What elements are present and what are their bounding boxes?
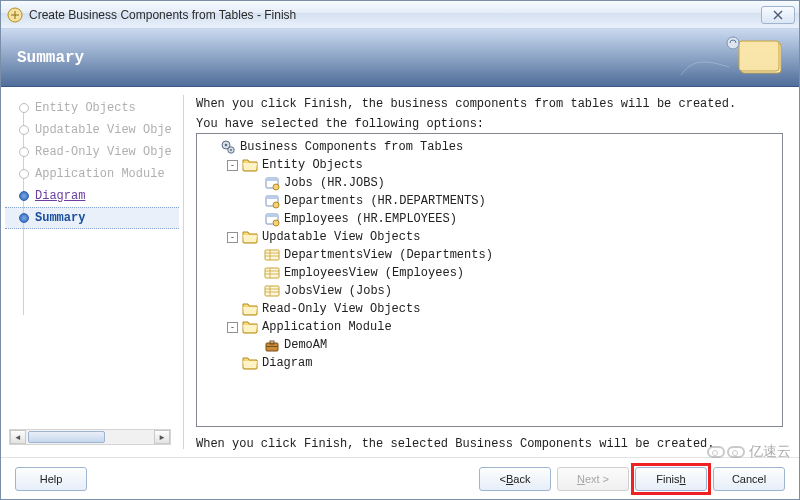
tree-label: Employees (HR.EMPLOYEES)	[284, 212, 457, 226]
tree-row[interactable]: JobsView (Jobs)	[205, 282, 778, 300]
tree-row[interactable]: Diagram	[205, 354, 778, 372]
tree-row[interactable]: DemoAM	[205, 336, 778, 354]
tree-label: EmployeesView (Employees)	[284, 266, 464, 280]
nav-step-label: Summary	[35, 211, 85, 225]
next-button: Next >	[557, 467, 629, 491]
tree-row[interactable]: Employees (HR.EMPLOYEES)	[205, 210, 778, 228]
svg-point-13	[273, 202, 279, 208]
banner-decor-icon	[671, 35, 791, 81]
tree-toggle[interactable]: -	[227, 322, 238, 333]
nav-step: Application Module	[5, 163, 179, 185]
nav-step-label: Diagram	[35, 189, 85, 203]
nav-dot-icon	[19, 169, 29, 179]
nav-step-label: Entity Objects	[35, 101, 136, 115]
scroll-right-icon[interactable]: ►	[154, 430, 170, 444]
tree-label: Diagram	[262, 356, 312, 370]
tree-label: Business Components from Tables	[240, 140, 463, 154]
nav-step-label: Application Module	[35, 167, 165, 181]
nav-dot-icon	[19, 103, 29, 113]
svg-rect-22	[266, 346, 278, 347]
nav-scrollbar[interactable]: ◄ ►	[9, 429, 171, 445]
tree-label: DemoAM	[284, 338, 327, 352]
footer-note: When you click Finish, the selected Busi…	[196, 437, 783, 451]
scroll-track[interactable]	[26, 430, 154, 444]
tree-row[interactable]: Departments (HR.DEPARTMENTS)	[205, 192, 778, 210]
folder-icon	[242, 355, 258, 371]
nav-dot-icon	[19, 191, 29, 201]
svg-point-16	[273, 220, 279, 226]
nav-step: Updatable View Obje	[5, 119, 179, 141]
body: Entity ObjectsUpdatable View ObjeRead-On…	[1, 87, 799, 457]
vertical-divider	[183, 95, 184, 449]
wizard-window: Create Business Components from Tables -…	[0, 0, 800, 500]
selected-label: You have selected the following options:	[196, 117, 783, 131]
svg-point-6	[225, 144, 228, 147]
svg-rect-15	[266, 214, 278, 217]
view-icon	[264, 265, 280, 281]
svg-point-10	[273, 184, 279, 190]
tree-label: Entity Objects	[262, 158, 363, 172]
nav-step[interactable]: Diagram	[5, 185, 179, 207]
tree-row[interactable]: Business Components from Tables	[205, 138, 778, 156]
svg-rect-2	[739, 41, 779, 71]
folder-icon	[242, 301, 258, 317]
tree-row[interactable]: Read-Only View Objects	[205, 300, 778, 318]
svg-rect-18	[265, 268, 279, 278]
tree-label: Read-Only View Objects	[262, 302, 420, 316]
nav-connector	[23, 105, 24, 315]
close-icon	[772, 10, 784, 20]
button-bar: Help < Back Next > Finish Cancel	[1, 457, 799, 499]
nav-dot-icon	[19, 147, 29, 157]
help-button[interactable]: Help	[15, 467, 87, 491]
tree-row[interactable]: -Entity Objects	[205, 156, 778, 174]
options-tree[interactable]: Business Components from Tables-Entity O…	[196, 133, 783, 427]
folder-icon	[242, 157, 258, 173]
nav-step: Read-Only View Obje	[5, 141, 179, 163]
svg-point-3	[727, 37, 739, 49]
tree-row[interactable]: EmployeesView (Employees)	[205, 264, 778, 282]
tree-label: Jobs (HR.JOBS)	[284, 176, 385, 190]
entity-icon	[264, 211, 280, 227]
titlebar[interactable]: Create Business Components from Tables -…	[1, 1, 799, 29]
tree-label: Application Module	[262, 320, 392, 334]
back-button[interactable]: < Back	[479, 467, 551, 491]
view-icon	[264, 283, 280, 299]
tree-row[interactable]: -Updatable View Objects	[205, 228, 778, 246]
tree-row[interactable]: DepartmentsView (Departments)	[205, 246, 778, 264]
scroll-left-icon[interactable]: ◄	[10, 430, 26, 444]
wizard-nav: Entity ObjectsUpdatable View ObjeRead-On…	[1, 87, 179, 457]
nav-step-label: Read-Only View Obje	[35, 145, 172, 159]
nav-step: Entity Objects	[5, 97, 179, 119]
cancel-button[interactable]: Cancel	[713, 467, 785, 491]
svg-rect-12	[266, 196, 278, 199]
folder-icon	[242, 319, 258, 335]
tree-label: JobsView (Jobs)	[284, 284, 392, 298]
nav-step-label: Updatable View Obje	[35, 123, 172, 137]
folder-icon	[242, 229, 258, 245]
svg-rect-17	[265, 250, 279, 260]
svg-rect-9	[266, 178, 278, 181]
banner: Summary	[1, 29, 799, 87]
banner-title: Summary	[17, 49, 84, 67]
svg-point-7	[230, 149, 232, 151]
finish-button[interactable]: Finish	[635, 467, 707, 491]
intro-text: When you click Finish, the business comp…	[196, 97, 783, 111]
nav-dot-icon	[19, 125, 29, 135]
tree-label: DepartmentsView (Departments)	[284, 248, 493, 262]
nav-dot-icon	[19, 213, 29, 223]
entity-icon	[264, 175, 280, 191]
scroll-thumb[interactable]	[28, 431, 105, 443]
components-icon	[220, 139, 236, 155]
app-icon	[7, 7, 23, 23]
am-icon	[264, 337, 280, 353]
nav-step[interactable]: Summary	[5, 207, 179, 229]
entity-icon	[264, 193, 280, 209]
tree-row[interactable]: -Application Module	[205, 318, 778, 336]
tree-toggle[interactable]: -	[227, 232, 238, 243]
main-panel: When you click Finish, the business comp…	[188, 87, 799, 457]
close-button[interactable]	[761, 6, 795, 24]
view-icon	[264, 247, 280, 263]
tree-row[interactable]: Jobs (HR.JOBS)	[205, 174, 778, 192]
tree-toggle[interactable]: -	[227, 160, 238, 171]
svg-rect-19	[265, 286, 279, 296]
